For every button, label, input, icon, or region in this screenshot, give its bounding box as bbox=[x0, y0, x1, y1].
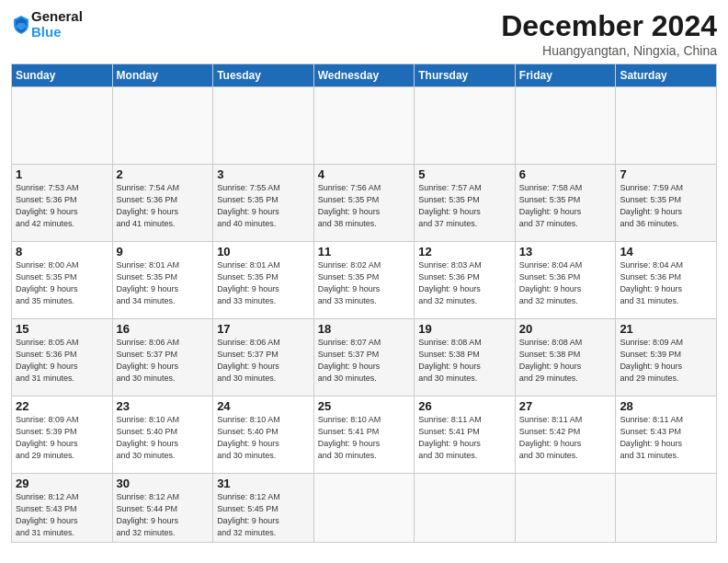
day-info: Sunrise: 8:05 AM Sunset: 5:36 PM Dayligh… bbox=[16, 337, 108, 385]
day-number: 20 bbox=[519, 322, 612, 336]
day-number: 15 bbox=[16, 322, 108, 336]
day-info: Sunrise: 7:56 AM Sunset: 5:35 PM Dayligh… bbox=[318, 182, 411, 230]
day-info: Sunrise: 8:01 AM Sunset: 5:35 PM Dayligh… bbox=[117, 259, 210, 307]
table-cell: 27Sunrise: 8:11 AM Sunset: 5:42 PM Dayli… bbox=[515, 396, 616, 474]
day-info: Sunrise: 8:06 AM Sunset: 5:37 PM Dayligh… bbox=[217, 337, 310, 385]
table-cell: 13Sunrise: 8:04 AM Sunset: 5:36 PM Dayli… bbox=[515, 242, 616, 319]
table-cell bbox=[415, 87, 516, 165]
logo: General Blue bbox=[11, 9, 83, 40]
day-number: 2 bbox=[117, 167, 210, 181]
table-cell: 26Sunrise: 8:11 AM Sunset: 5:41 PM Dayli… bbox=[415, 396, 516, 474]
table-cell: 6Sunrise: 7:58 AM Sunset: 5:35 PM Daylig… bbox=[515, 165, 616, 242]
day-info: Sunrise: 8:09 AM Sunset: 5:39 PM Dayligh… bbox=[16, 414, 108, 462]
day-info: Sunrise: 8:10 AM Sunset: 5:40 PM Dayligh… bbox=[117, 414, 210, 462]
day-number: 23 bbox=[117, 399, 210, 413]
day-number: 4 bbox=[318, 167, 411, 181]
table-cell: 7Sunrise: 7:59 AM Sunset: 5:35 PM Daylig… bbox=[616, 165, 717, 242]
table-cell: 30Sunrise: 8:12 AM Sunset: 5:44 PM Dayli… bbox=[112, 474, 213, 543]
day-info: Sunrise: 8:12 AM Sunset: 5:45 PM Dayligh… bbox=[217, 491, 310, 539]
day-number: 10 bbox=[217, 245, 310, 259]
col-wednesday: Wednesday bbox=[313, 64, 415, 87]
day-number: 1 bbox=[16, 167, 108, 181]
table-cell: 3Sunrise: 7:55 AM Sunset: 5:35 PM Daylig… bbox=[213, 165, 314, 242]
day-number: 6 bbox=[519, 167, 612, 181]
table-cell: 16Sunrise: 8:06 AM Sunset: 5:37 PM Dayli… bbox=[112, 319, 213, 396]
day-info: Sunrise: 7:53 AM Sunset: 5:36 PM Dayligh… bbox=[16, 182, 108, 230]
day-number: 7 bbox=[620, 167, 712, 181]
table-cell: 31Sunrise: 8:12 AM Sunset: 5:45 PM Dayli… bbox=[213, 474, 314, 543]
month-title: December 2024 bbox=[501, 9, 717, 43]
logo-icon bbox=[13, 15, 29, 35]
table-cell bbox=[515, 87, 616, 165]
day-number: 19 bbox=[418, 322, 511, 336]
day-info: Sunrise: 7:55 AM Sunset: 5:35 PM Dayligh… bbox=[217, 182, 310, 230]
day-number: 22 bbox=[16, 399, 108, 413]
day-info: Sunrise: 8:08 AM Sunset: 5:38 PM Dayligh… bbox=[418, 337, 511, 385]
calendar-table: Sunday Monday Tuesday Wednesday Thursday… bbox=[11, 63, 717, 543]
day-info: Sunrise: 7:54 AM Sunset: 5:36 PM Dayligh… bbox=[117, 182, 210, 230]
col-thursday: Thursday bbox=[415, 64, 516, 87]
table-cell: 11Sunrise: 8:02 AM Sunset: 5:35 PM Dayli… bbox=[313, 242, 415, 319]
day-number: 31 bbox=[217, 477, 310, 490]
page-container: General Blue December 2024 Huangyangtan,… bbox=[0, 0, 728, 563]
day-info: Sunrise: 8:11 AM Sunset: 5:41 PM Dayligh… bbox=[418, 414, 511, 462]
day-info: Sunrise: 8:10 AM Sunset: 5:41 PM Dayligh… bbox=[318, 414, 411, 462]
table-cell: 14Sunrise: 8:04 AM Sunset: 5:36 PM Dayli… bbox=[616, 242, 717, 319]
table-cell: 1Sunrise: 7:53 AM Sunset: 5:36 PM Daylig… bbox=[12, 165, 113, 242]
table-cell: 23Sunrise: 8:10 AM Sunset: 5:40 PM Dayli… bbox=[112, 396, 213, 474]
day-info: Sunrise: 7:58 AM Sunset: 5:35 PM Dayligh… bbox=[519, 182, 612, 230]
table-cell bbox=[112, 87, 213, 165]
table-cell: 2Sunrise: 7:54 AM Sunset: 5:36 PM Daylig… bbox=[112, 165, 213, 242]
day-info: Sunrise: 8:07 AM Sunset: 5:37 PM Dayligh… bbox=[318, 337, 411, 385]
day-number: 3 bbox=[217, 167, 310, 181]
day-info: Sunrise: 8:12 AM Sunset: 5:44 PM Dayligh… bbox=[117, 491, 210, 539]
table-cell: 25Sunrise: 8:10 AM Sunset: 5:41 PM Dayli… bbox=[313, 396, 415, 474]
day-info: Sunrise: 8:08 AM Sunset: 5:38 PM Dayligh… bbox=[519, 337, 612, 385]
table-cell: 9Sunrise: 8:01 AM Sunset: 5:35 PM Daylig… bbox=[112, 242, 213, 319]
col-monday: Monday bbox=[112, 64, 213, 87]
table-cell: 28Sunrise: 8:11 AM Sunset: 5:43 PM Dayli… bbox=[616, 396, 717, 474]
day-number: 27 bbox=[519, 399, 612, 413]
day-info: Sunrise: 7:59 AM Sunset: 5:35 PM Dayligh… bbox=[620, 182, 712, 230]
table-cell: 20Sunrise: 8:08 AM Sunset: 5:38 PM Dayli… bbox=[515, 319, 616, 396]
day-number: 17 bbox=[217, 322, 310, 336]
logo-text: General Blue bbox=[31, 9, 83, 40]
table-cell bbox=[616, 474, 717, 543]
table-cell: 17Sunrise: 8:06 AM Sunset: 5:37 PM Dayli… bbox=[213, 319, 314, 396]
day-info: Sunrise: 8:03 AM Sunset: 5:36 PM Dayligh… bbox=[418, 259, 511, 307]
table-cell: 10Sunrise: 8:01 AM Sunset: 5:35 PM Dayli… bbox=[213, 242, 314, 319]
day-info: Sunrise: 8:04 AM Sunset: 5:36 PM Dayligh… bbox=[519, 259, 612, 307]
header-row: Sunday Monday Tuesday Wednesday Thursday… bbox=[12, 64, 717, 87]
table-cell bbox=[415, 474, 516, 543]
day-number: 13 bbox=[519, 245, 612, 259]
day-info: Sunrise: 8:12 AM Sunset: 5:43 PM Dayligh… bbox=[16, 491, 108, 539]
table-cell: 12Sunrise: 8:03 AM Sunset: 5:36 PM Dayli… bbox=[415, 242, 516, 319]
col-sunday: Sunday bbox=[12, 64, 113, 87]
day-info: Sunrise: 8:11 AM Sunset: 5:43 PM Dayligh… bbox=[620, 414, 712, 462]
header: General Blue December 2024 Huangyangtan,… bbox=[11, 9, 717, 58]
day-number: 30 bbox=[117, 477, 210, 490]
title-area: December 2024 Huangyangtan, Ningxia, Chi… bbox=[501, 9, 717, 58]
day-number: 25 bbox=[318, 399, 411, 413]
table-cell bbox=[313, 87, 415, 165]
day-number: 11 bbox=[318, 245, 411, 259]
table-cell: 24Sunrise: 8:10 AM Sunset: 5:40 PM Dayli… bbox=[213, 396, 314, 474]
day-number: 9 bbox=[117, 245, 210, 259]
table-cell: 8Sunrise: 8:00 AM Sunset: 5:35 PM Daylig… bbox=[12, 242, 113, 319]
day-number: 8 bbox=[16, 245, 108, 259]
day-info: Sunrise: 8:02 AM Sunset: 5:35 PM Dayligh… bbox=[318, 259, 411, 307]
day-info: Sunrise: 7:57 AM Sunset: 5:35 PM Dayligh… bbox=[418, 182, 511, 230]
col-saturday: Saturday bbox=[616, 64, 717, 87]
day-number: 18 bbox=[318, 322, 411, 336]
location: Huangyangtan, Ningxia, China bbox=[501, 43, 717, 58]
day-number: 28 bbox=[620, 399, 712, 413]
day-info: Sunrise: 8:06 AM Sunset: 5:37 PM Dayligh… bbox=[117, 337, 210, 385]
table-cell bbox=[616, 87, 717, 165]
day-number: 5 bbox=[418, 167, 511, 181]
day-number: 24 bbox=[217, 399, 310, 413]
table-cell: 22Sunrise: 8:09 AM Sunset: 5:39 PM Dayli… bbox=[12, 396, 113, 474]
table-cell: 5Sunrise: 7:57 AM Sunset: 5:35 PM Daylig… bbox=[415, 165, 516, 242]
day-number: 16 bbox=[117, 322, 210, 336]
table-cell bbox=[313, 474, 415, 543]
col-tuesday: Tuesday bbox=[213, 64, 314, 87]
